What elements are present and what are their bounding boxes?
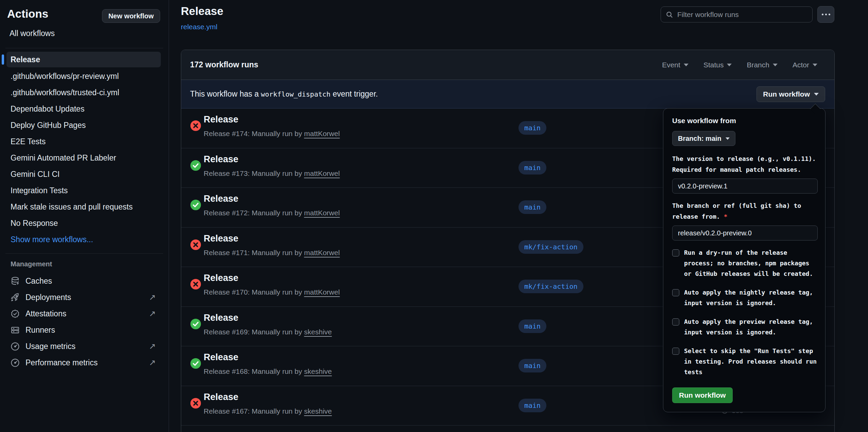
- external-link-icon: ↗: [149, 342, 156, 351]
- panel-option: Run a dry-run of the release process; no…: [672, 247, 818, 279]
- management-section-label: Management: [11, 260, 52, 268]
- runs-filter-dropdown[interactable]: Branch: [747, 61, 778, 69]
- run-description: Release #168: Manually run by skeshive: [204, 367, 332, 376]
- sidebar-item-management[interactable]: Attestations ↗: [0, 305, 169, 322]
- runs-filter-dropdown[interactable]: Status: [703, 61, 732, 69]
- event-trigger-code: workflow_dispatch: [261, 90, 330, 98]
- filter-workflow-runs-input[interactable]: [677, 11, 807, 19]
- run-workflow-dropdown-button[interactable]: Run workflow: [756, 86, 825, 102]
- workflow-options-kebab-button[interactable]: [817, 6, 834, 23]
- sidebar-item-workflow[interactable]: Dependabot Updates: [0, 101, 169, 117]
- chevron-down-icon: [727, 64, 732, 66]
- run-actor-link[interactable]: skeshive: [304, 367, 332, 375]
- runs-filters: Event Status Branch Actor: [662, 61, 817, 69]
- page-title: Actions: [7, 7, 48, 20]
- run-status-icon: [190, 160, 201, 171]
- run-workflow-submit-button[interactable]: Run workflow: [672, 387, 733, 403]
- sidebar-item-workflow[interactable]: .github/workflows/pr-review.yml: [0, 68, 169, 84]
- workflow-file-link[interactable]: release.yml: [181, 23, 217, 31]
- runs-filter-label: Event: [662, 61, 680, 69]
- sidebar-item-workflow[interactable]: Mark stale issues and pull requests: [0, 199, 169, 215]
- branch-badge[interactable]: main: [518, 319, 546, 333]
- run-title-link[interactable]: Release: [204, 154, 238, 165]
- x-circle-icon: [190, 239, 201, 250]
- run-actor-link[interactable]: mattKorwel: [304, 130, 340, 137]
- runs-filter-label: Branch: [747, 61, 769, 69]
- chevron-down-icon: [726, 137, 730, 140]
- branch-selector-button[interactable]: Branch: main: [672, 131, 735, 146]
- run-description: Release #167: Manually run by skeshive: [204, 407, 332, 415]
- selected-accent-bar: [2, 54, 4, 65]
- sidebar-item-management[interactable]: Runners: [0, 322, 169, 338]
- sidebar-divider: [5, 253, 163, 254]
- sidebar-item-workflow[interactable]: Gemini Automated PR Labeler: [0, 150, 169, 166]
- sidebar-item-label: Mark stale issues and pull requests: [11, 202, 133, 212]
- sidebar-item-workflow[interactable]: Deploy GitHub Pages: [0, 117, 169, 133]
- sidebar-item-label: Release: [11, 55, 40, 64]
- sidebar-item-workflow[interactable]: Show more workflows...: [0, 231, 169, 248]
- sidebar-item-label: E2E Tests: [11, 137, 46, 146]
- option-checkbox[interactable]: [672, 318, 679, 326]
- sidebar-item-label: Dependabot Updates: [11, 104, 84, 114]
- sidebar-item-workflow[interactable]: Release: [0, 51, 169, 68]
- run-status-icon: [190, 398, 201, 409]
- option-checkbox[interactable]: [672, 289, 679, 296]
- filter-workflow-runs-box: [661, 6, 813, 22]
- branch-badge[interactable]: main: [518, 399, 546, 412]
- sidebar-item-workflow[interactable]: Gemini CLI CI: [0, 166, 169, 182]
- run-status-icon: [190, 120, 201, 131]
- branch-badge[interactable]: main: [518, 161, 546, 175]
- sidebar-item-workflow[interactable]: Integration Tests: [0, 182, 169, 199]
- run-actor-link[interactable]: mattKorwel: [304, 209, 340, 217]
- sidebar-item-workflow[interactable]: .github/workflows/trusted-ci.yml: [0, 84, 169, 101]
- sidebar-item-workflow[interactable]: No Response: [0, 215, 169, 231]
- banner-text: This workflow has a workflow_dispatch ev…: [190, 89, 378, 99]
- run-title-link[interactable]: Release: [204, 194, 238, 204]
- sidebar-item-management[interactable]: Usage metrics ↗: [0, 338, 169, 354]
- run-title-link[interactable]: Release: [204, 313, 238, 323]
- option-label: Select to skip the "Run Tests" step in t…: [684, 346, 818, 377]
- run-actor-link[interactable]: skeshive: [304, 407, 332, 415]
- runs-filter-dropdown[interactable]: Event: [662, 61, 688, 69]
- runs-filter-label: Status: [703, 61, 724, 69]
- panel-option: Auto apply the preview release tag, inpu…: [672, 316, 818, 337]
- runs-list-header: 172 workflow runs Event Status Branch Ac…: [181, 50, 834, 80]
- option-checkbox[interactable]: [672, 348, 679, 355]
- sidebar-item-label: Gemini Automated PR Labeler: [11, 153, 116, 163]
- meter-icon: [11, 358, 20, 367]
- external-link-icon: ↗: [149, 309, 156, 318]
- sidebar-item-management[interactable]: Performance metrics ↗: [0, 354, 169, 371]
- sidebar-item-label: Attestations: [25, 309, 66, 318]
- sidebar-item-all-workflows[interactable]: All workflows: [10, 29, 55, 38]
- version-input[interactable]: [672, 179, 818, 194]
- x-circle-icon: [190, 279, 201, 289]
- run-description: Release #172: Manually run by mattKorwel: [204, 209, 340, 217]
- ref-input[interactable]: [672, 226, 818, 240]
- branch-badge[interactable]: main: [518, 359, 546, 372]
- run-title-link[interactable]: Release: [204, 233, 238, 244]
- sidebar-header: Actions New workflow: [0, 0, 169, 27]
- branch-badge[interactable]: main: [518, 121, 546, 135]
- run-actor-link[interactable]: mattKorwel: [304, 249, 340, 256]
- run-title-link[interactable]: Release: [204, 392, 238, 402]
- branch-badge[interactable]: mk/fix-action: [518, 280, 583, 293]
- sidebar-item-management[interactable]: Deployments ↗: [0, 289, 169, 305]
- branch-badge[interactable]: main: [518, 200, 546, 214]
- run-actor-link[interactable]: mattKorwel: [304, 169, 340, 177]
- run-status-icon: [190, 239, 201, 250]
- run-actor-link[interactable]: skeshive: [304, 328, 332, 336]
- sidebar-item-management[interactable]: Caches: [0, 273, 169, 289]
- option-label: Auto apply the nightly release tag, inpu…: [684, 287, 818, 308]
- sidebar-item-workflow[interactable]: E2E Tests: [0, 133, 169, 150]
- runs-filter-dropdown[interactable]: Actor: [793, 61, 817, 69]
- new-workflow-button[interactable]: New workflow: [102, 9, 160, 23]
- x-circle-icon: [190, 398, 201, 409]
- option-checkbox[interactable]: [672, 249, 679, 256]
- run-actor-link[interactable]: mattKorwel: [304, 288, 340, 296]
- run-title-link[interactable]: Release: [204, 114, 238, 125]
- run-title-link[interactable]: Release: [204, 352, 238, 363]
- sidebar: Actions New workflow All workflows Relea…: [0, 0, 169, 432]
- panel-option: Auto apply the nightly release tag, inpu…: [672, 287, 818, 308]
- run-title-link[interactable]: Release: [204, 273, 238, 283]
- branch-badge[interactable]: mk/fix-action: [518, 240, 583, 254]
